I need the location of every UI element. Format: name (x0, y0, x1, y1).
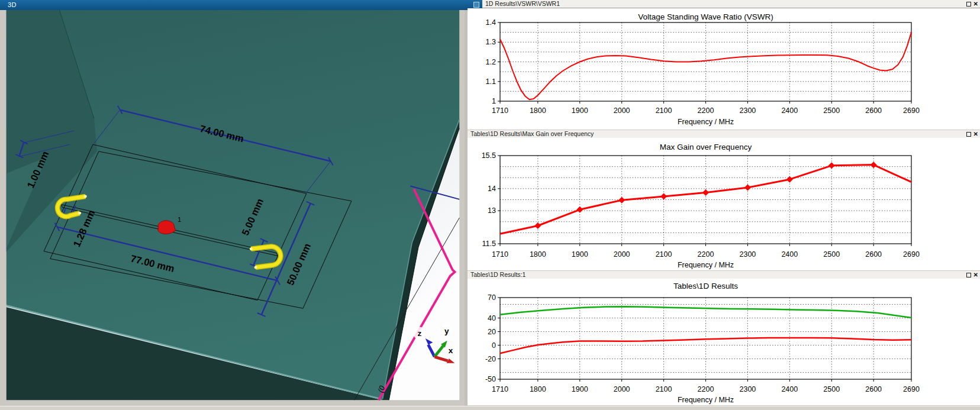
x-axis-title: Frequency / MHz (678, 396, 734, 404)
vswr-chart-area: 1710180019002000210022002300240025002600… (468, 8, 980, 130)
x-tick-label: 2400 (781, 385, 798, 393)
vswr-chart[interactable]: 1710180019002000210022002300240025002600… (468, 8, 980, 130)
y-tick-label: -20 (485, 355, 496, 363)
y-tick-label: 20 (488, 328, 496, 336)
x-axis-label: x (449, 346, 453, 355)
x-tick-label: 2300 (740, 250, 756, 259)
y-tick-label: 1.2 (486, 58, 496, 66)
x-tick-label: 2600 (865, 385, 882, 393)
x-tick-label: 2690 (903, 106, 920, 115)
x-tick-label: 2200 (698, 385, 714, 393)
maximize-icon[interactable] (966, 2, 971, 7)
x-tick-label: 2000 (614, 250, 630, 259)
tables-panel-title: Tables\1D Results:1 (468, 271, 526, 278)
3d-view-title: 3D (0, 1, 17, 8)
y-tick-label: 1 (492, 97, 496, 105)
chart-title: Max Gain over Frequency (660, 143, 752, 151)
maxgain-panel-titlebar[interactable]: Tables\1D Results\Max Gain over Frequenc… (468, 130, 980, 138)
tables-chart-area: 1710180019002000210022002300240025002600… (468, 279, 980, 405)
maxgain-panel-title: Tables\1D Results\Max Gain over Frequenc… (468, 130, 594, 137)
3d-scene[interactable]: (0 74.00 mm (1, 10, 465, 406)
chart-title: Tables\1D Results (673, 282, 738, 290)
z-axis-label: z (418, 329, 422, 338)
x-tick-label: 2500 (823, 250, 840, 259)
y-tick-label: 13 (488, 206, 496, 215)
x-tick-label: 2300 (740, 106, 756, 115)
y-tick-label: 14 (488, 185, 496, 193)
x-tick-label: 2100 (656, 250, 672, 259)
y-tick-label: 15.5 (482, 151, 496, 160)
x-tick-label: 1710 (492, 106, 508, 115)
x-tick-label: 2000 (614, 385, 630, 393)
y-tick-label: 1.3 (486, 38, 496, 46)
tables-chart[interactable]: 1710180019002000210022002300240025002600… (468, 279, 980, 405)
3d-viewport[interactable]: (0 74.00 mm (0, 10, 465, 406)
maxgain-chart[interactable]: 1710180019002000210022002300240025002600… (468, 138, 980, 270)
x-tick-label: 2690 (903, 385, 920, 393)
x-axis-title: Frequency / MHz (678, 261, 734, 269)
chart-title: Voltage Standing Wave Ratio (VSWR) (638, 12, 773, 21)
x-tick-label: 2600 (865, 106, 882, 115)
app-window: 3D (0, 0, 980, 410)
x-tick-label: 2300 (740, 385, 756, 393)
x-tick-label: 1710 (492, 385, 508, 393)
x-tick-label: 2100 (656, 106, 672, 115)
x-tick-label: 1800 (530, 250, 546, 259)
x-tick-label: 2200 (698, 106, 714, 115)
y-tick-label: 1.4 (486, 18, 496, 27)
vswr-panel-titlebar[interactable]: 1D Results\VSWR\VSWR1 ✕ (482, 0, 980, 8)
y-axis-label: y (444, 327, 449, 335)
x-tick-label: 2000 (614, 106, 630, 115)
x-tick-label: 2500 (823, 385, 840, 393)
status-strip (0, 406, 980, 410)
x-tick-label: 2100 (656, 385, 672, 393)
close-icon[interactable]: ✕ (973, 0, 978, 8)
maximize-icon[interactable] (966, 132, 971, 137)
x-tick-label: 2690 (903, 250, 920, 259)
y-tick-label: 11.5 (482, 240, 496, 248)
window-restore-icon[interactable] (473, 2, 479, 8)
x-tick-label: 2400 (781, 250, 798, 259)
y-tick-label: 1.1 (486, 78, 496, 86)
x-tick-label: 2500 (823, 106, 840, 115)
x-tick-label: 1900 (572, 250, 588, 259)
close-icon[interactable]: ✕ (973, 130, 978, 138)
y-tick-label: -50 (485, 375, 496, 383)
x-tick-label: 1900 (572, 385, 588, 393)
tables-panel-titlebar[interactable]: Tables\1D Results:1 ✕ (468, 271, 980, 279)
x-tick-label: 1800 (530, 385, 546, 393)
y-tick-label: 70 (488, 293, 496, 302)
x-axis-title: Frequency / MHz (678, 118, 734, 126)
x-tick-label: 2200 (698, 250, 714, 259)
y-tick-label: 40 (488, 314, 496, 322)
x-tick-label: 2600 (865, 250, 882, 259)
vswr-panel-title: 1D Results\VSWR\VSWR1 (482, 0, 560, 7)
maxgain-chart-area: 1710180019002000210022002300240025002600… (468, 138, 980, 270)
close-icon[interactable]: ✕ (973, 271, 978, 279)
maximize-icon[interactable] (966, 273, 971, 277)
x-tick-label: 1800 (530, 106, 546, 115)
3d-view-titlebar[interactable]: 3D (0, 0, 482, 10)
y-tick-label: 0 (492, 341, 496, 350)
port-number-label: 1 (178, 216, 181, 223)
x-tick-label: 1710 (492, 250, 508, 259)
x-tick-label: 1900 (572, 106, 588, 115)
x-tick-label: 2400 (781, 106, 798, 115)
